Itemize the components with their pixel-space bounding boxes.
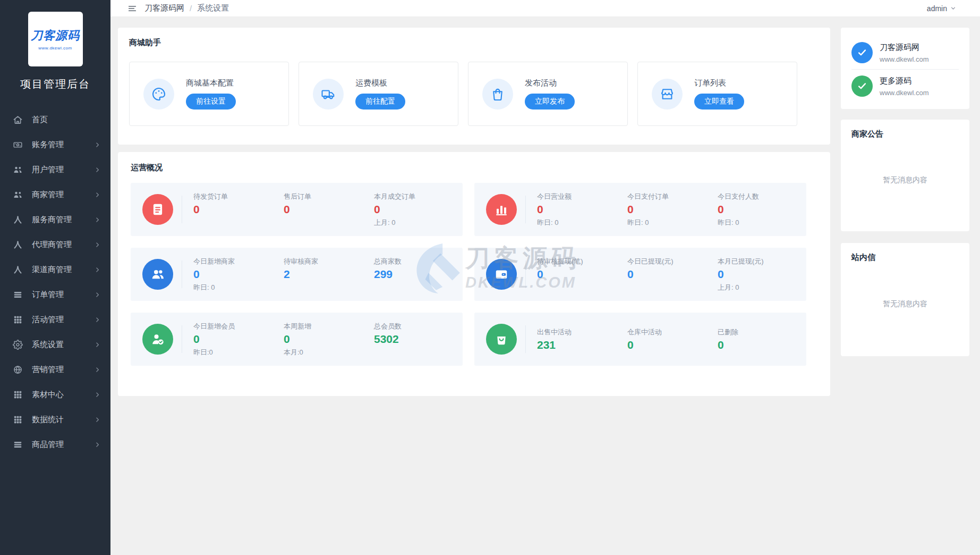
hamburger-icon[interactable] (127, 4, 137, 13)
stat-columns: 今日营业额0昨日: 0今日支付订单0昨日: 0今日支付人数0昨日: 0 (526, 192, 806, 228)
stat-value: 231 (537, 339, 627, 351)
assistant-actions: 商城基本配置前往设置运费模板前往配置发布活动立即发布订单列表立即查看 (129, 62, 819, 126)
stat-label: 今日支付人数 (718, 192, 759, 201)
stat-value: 0 (627, 203, 718, 216)
stat-columns: 出售中活动231仓库中活动0已删除0 (526, 327, 806, 351)
sidebar-item-merchants[interactable]: 商家管理 (0, 182, 110, 207)
site-text: 刀客源码网www.dkewl.com (880, 43, 928, 63)
breadcrumb-item-home[interactable]: 刀客源码网 (144, 3, 184, 13)
stat-item: 仓库中活动0 (627, 327, 718, 351)
site-check-circle (851, 42, 873, 63)
chevron-right-icon (94, 341, 101, 348)
sidebar-item-label: 代理商管理 (32, 240, 94, 250)
overview-stats: 待发货订单0售后订单0本月成交订单0上月: 0今日营业额0昨日: 0今日支付订单… (131, 183, 817, 366)
sidebar-item-finance[interactable]: 账务管理 (0, 132, 110, 157)
stat-item: 待审核商家2 (284, 257, 374, 281)
stat-label: 本周新增 (284, 322, 374, 331)
chevron-right-icon (94, 441, 101, 448)
palette-icon (151, 86, 167, 102)
sidebar-item-statistics[interactable]: 数据统计 (0, 407, 110, 432)
stat-label: 已删除 (718, 327, 738, 337)
sidebar-item-label: 渠道商管理 (32, 265, 94, 275)
site-name: 更多源码 (880, 76, 928, 86)
sidebar-item-marketing[interactable]: 营销管理 (0, 357, 110, 382)
assistant-action-shop-config: 商城基本配置前往设置 (129, 62, 289, 126)
site-text: 更多源码www.dkewl.com (880, 76, 928, 97)
sidebar-item-channels[interactable]: 渠道商管理 (0, 257, 110, 282)
stat-label: 今日新增会员 (193, 322, 284, 331)
breadcrumb-item-current[interactable]: 系统设置 (197, 3, 229, 13)
sidebar-item-orders[interactable]: 订单管理 (0, 282, 110, 307)
topbar: 刀客源码网 / 系统设置 admin (110, 0, 980, 17)
stat-columns: 待审核提现(笔)0今日已提现(元)0本月已提现(元)0上月: 0 (526, 257, 806, 292)
stat-item: 今日新增商家0昨日: 0 (193, 257, 284, 292)
overview-box-merchants: 今日新增商家0昨日: 0待审核商家2总商家数299 (131, 248, 463, 301)
stat-item: 本月成交订单0上月: 0 (374, 192, 415, 228)
sidebar-item-label: 服务商管理 (32, 215, 94, 225)
sidebar-item-products[interactable]: 商品管理 (0, 432, 110, 457)
stat-label: 今日新增商家 (193, 257, 284, 266)
sidebar-item-service-providers[interactable]: 服务商管理 (0, 207, 110, 232)
grid-icon (13, 415, 23, 425)
person-icon (13, 215, 23, 225)
stat-value: 0 (193, 268, 284, 281)
stat-item: 已删除0 (718, 327, 738, 351)
chevron-down-icon (950, 5, 957, 12)
wallet-icon (493, 266, 509, 282)
stat-label: 待审核提现(笔) (537, 257, 627, 266)
users-icon (13, 165, 23, 175)
sidebar-item-agents[interactable]: 代理商管理 (0, 232, 110, 257)
stat-sub-label: 上月: 0 (374, 218, 415, 228)
bag-fill-icon (493, 331, 509, 347)
mail-card: 站内信 暂无消息内容 (841, 243, 969, 356)
assistant-action-shipping-template: 运费模板前往配置 (299, 62, 458, 126)
stat-value: 0 (284, 203, 374, 216)
stat-item: 待发货订单0 (193, 192, 284, 216)
stat-label: 售后订单 (284, 192, 374, 201)
stat-icon-circle (486, 324, 517, 355)
stat-item: 待审核提现(笔)0 (537, 257, 627, 281)
sidebar-item-label: 商品管理 (32, 440, 94, 450)
assistant-action-publish-activity: 发布活动立即发布 (468, 62, 628, 126)
shipping-template-button[interactable]: 前往配置 (355, 94, 405, 110)
sidebar-item-home[interactable]: 首页 (0, 107, 110, 132)
user-menu[interactable]: admin (927, 4, 957, 13)
person-icon (13, 265, 23, 275)
stat-sub-label: 昨日: 0 (718, 218, 759, 228)
stat-value: 5302 (374, 333, 402, 346)
stat-sub-label: 上月: 0 (718, 283, 764, 292)
bar-chart-icon (493, 201, 509, 217)
site-link-main-site[interactable]: 刀客源码网www.dkewl.com (851, 36, 959, 69)
stat-item: 今日新增会员0昨日:0 (193, 322, 284, 357)
publish-activity-button[interactable]: 立即发布 (525, 94, 575, 110)
logo-title: 刀客源码 (31, 28, 80, 44)
notice-title: 商家公告 (851, 129, 959, 139)
site-url: www.dkewl.com (880, 89, 928, 97)
stat-label: 今日支付订单 (627, 192, 718, 201)
sidebar-item-system-settings[interactable]: 系统设置 (0, 332, 110, 357)
stat-value: 0 (374, 203, 415, 216)
sidebar-item-label: 订单管理 (32, 290, 94, 300)
site-link-more-source[interactable]: 更多源码www.dkewl.com (851, 69, 959, 103)
sidebar-item-activities[interactable]: 活动管理 (0, 307, 110, 332)
order-list-button[interactable]: 立即查看 (694, 94, 744, 110)
stat-item: 出售中活动231 (537, 327, 627, 351)
mail-title: 站内信 (851, 253, 959, 263)
shop-config-button[interactable]: 前往设置 (186, 94, 236, 110)
sidebar-item-label: 数据统计 (32, 415, 94, 425)
sidebar-item-materials[interactable]: 素材中心 (0, 382, 110, 407)
action-info: 运费模板前往配置 (355, 78, 405, 110)
stat-value: 2 (284, 268, 374, 281)
chevron-right-icon (94, 316, 101, 323)
action-icon-bubble (143, 79, 174, 110)
stat-item: 总会员数5302 (374, 322, 402, 346)
stat-item: 售后订单0 (284, 192, 374, 216)
stat-sub-label: 昨日: 0 (193, 283, 284, 292)
stat-sub-label: 昨日: 0 (627, 218, 718, 228)
overview-box-today-sales: 今日营业额0昨日: 0今日支付订单0昨日: 0今日支付人数0昨日: 0 (474, 183, 806, 236)
sidebar-item-users[interactable]: 用户管理 (0, 157, 110, 182)
stat-item: 本月已提现(元)0上月: 0 (718, 257, 764, 292)
stat-value: 0 (627, 268, 718, 281)
grid-icon (13, 315, 23, 325)
overview-box-activities: 出售中活动231仓库中活动0已删除0 (474, 313, 806, 366)
